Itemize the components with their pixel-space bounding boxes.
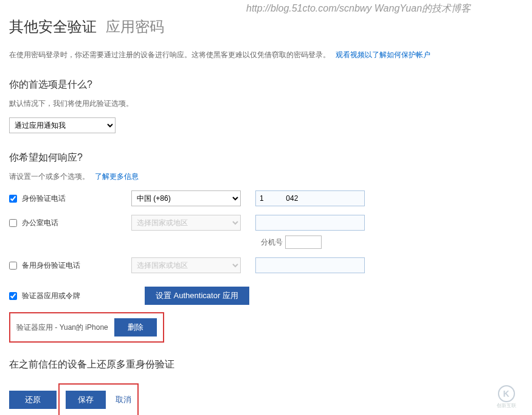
authenticator-entry-label: 验证器应用 - Yuan的 iPhone xyxy=(16,323,108,333)
auth-phone-label: 身份验证电话 xyxy=(22,194,131,204)
auth-phone-country-select[interactable]: 中国 (+86) xyxy=(131,190,241,206)
backup-phone-input xyxy=(255,257,365,273)
intro-link[interactable]: 观看视频以了解如何保护帐户 xyxy=(336,51,430,59)
restore-heading: 在之前信任的设备上还原多重身份验证 xyxy=(9,358,523,371)
row-backup-phone: 备用身份验证电话 选择国家或地区 xyxy=(9,257,523,273)
intro-body: 在使用密码登录时，你还需要通过注册的设备进行响应。这将使黑客更难以仅凭借窃取的密… xyxy=(9,51,330,59)
watermark-text: http://blog.51cto.com/scnbwy WangYuan的技术… xyxy=(246,2,471,15)
auth-phone-checkbox[interactable] xyxy=(9,195,17,203)
authenticator-entry-box: 验证器应用 - Yuan的 iPhone 删除 xyxy=(9,312,164,343)
row-office-phone: 办公室电话 选择国家或地区 xyxy=(9,215,523,231)
intro-text: 在使用密码登录时，你还需要通过注册的设备进行响应。这将使黑客更难以仅凭借窃取的密… xyxy=(9,50,523,60)
backup-phone-label: 备用身份验证电话 xyxy=(22,260,131,271)
authenticator-label: 验证器应用或令牌 xyxy=(22,291,131,301)
watermark-logo: K 创新互联 xyxy=(486,385,526,409)
section-response-sub-text: 请设置一个或多个选项。 xyxy=(9,172,89,181)
row-authenticator: 验证器应用或令牌 设置 Authenticator 应用 xyxy=(9,287,523,305)
section-pref-sub: 默认情况下，我们将使用此验证选项。 xyxy=(9,99,523,109)
setup-authenticator-button[interactable]: 设置 Authenticator 应用 xyxy=(145,287,249,305)
office-phone-country-select: 选择国家或地区 xyxy=(131,215,241,231)
watermark-logo-icon: K xyxy=(498,385,515,402)
watermark-logo-text: 创新互联 xyxy=(497,402,516,409)
title-main: 其他安全验证 xyxy=(9,18,97,35)
auth-phone-input[interactable] xyxy=(255,190,365,206)
title-sub: 应用密码 xyxy=(106,18,164,35)
office-phone-input xyxy=(255,215,365,231)
office-phone-checkbox[interactable] xyxy=(9,219,17,227)
office-phone-label: 办公室电话 xyxy=(22,218,131,228)
backup-phone-country-select: 选择国家或地区 xyxy=(131,257,241,273)
section-response-sub: 请设置一个或多个选项。 了解更多信息 xyxy=(9,172,523,182)
cancel-link[interactable]: 取消 xyxy=(116,394,131,405)
extension-label: 分机号 xyxy=(261,237,283,248)
backup-phone-checkbox[interactable] xyxy=(9,262,17,270)
restore-button[interactable]: 还原 xyxy=(9,391,57,409)
delete-authenticator-button[interactable]: 删除 xyxy=(114,318,157,337)
save-button[interactable]: 保存 xyxy=(66,391,106,409)
row-extension: 分机号 xyxy=(261,235,523,249)
section-pref-heading: 你的首选项是什么? xyxy=(9,78,523,91)
row-auth-phone: 身份验证电话 中国 (+86) xyxy=(9,190,523,206)
section-response-heading: 你希望如何响应? xyxy=(9,152,523,164)
preferred-option-select[interactable]: 通过应用通知我 xyxy=(9,117,116,133)
authenticator-checkbox[interactable] xyxy=(9,292,17,300)
save-cancel-box: 保存 取消 xyxy=(58,383,139,415)
extension-input[interactable] xyxy=(285,235,322,249)
learn-more-link[interactable]: 了解更多信息 xyxy=(95,172,139,181)
